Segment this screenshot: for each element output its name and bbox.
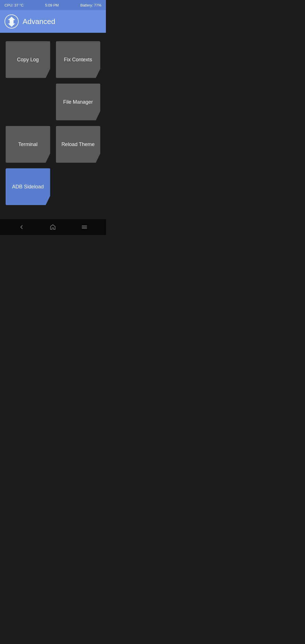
app-header: Advanced bbox=[0, 10, 106, 33]
time-status: 5:09 PM bbox=[45, 3, 59, 7]
button-row-1: Copy Log Fix Contexts bbox=[6, 41, 100, 78]
back-button[interactable] bbox=[13, 221, 30, 233]
adb-sideload-button[interactable]: ADB Sideload bbox=[6, 168, 50, 205]
terminal-button[interactable]: Terminal bbox=[6, 126, 50, 163]
battery-status: Battery: 77% bbox=[80, 3, 101, 7]
menu-button[interactable] bbox=[76, 221, 93, 233]
button-row-2: File Manager bbox=[6, 84, 100, 120]
file-manager-button[interactable]: File Manager bbox=[56, 84, 101, 120]
status-bar: CPU: 37 °C 5:09 PM Battery: 77% bbox=[0, 0, 106, 10]
button-row-4: ADB Sideload bbox=[6, 168, 100, 205]
cpu-status: CPU: 37 °C bbox=[5, 3, 23, 7]
home-button[interactable] bbox=[44, 221, 61, 233]
button-row-3: Terminal Reload Theme bbox=[6, 126, 100, 163]
app-logo-icon bbox=[5, 14, 19, 29]
reload-theme-button[interactable]: Reload Theme bbox=[56, 126, 101, 163]
empty-placeholder bbox=[6, 84, 50, 120]
main-content: Copy Log Fix Contexts File Manager Termi… bbox=[0, 33, 106, 219]
copy-log-button[interactable]: Copy Log bbox=[6, 41, 50, 78]
page-title: Advanced bbox=[23, 17, 55, 26]
fix-contexts-button[interactable]: Fix Contexts bbox=[56, 41, 101, 78]
empty-placeholder-2 bbox=[56, 168, 101, 205]
bottom-navigation bbox=[0, 219, 106, 235]
